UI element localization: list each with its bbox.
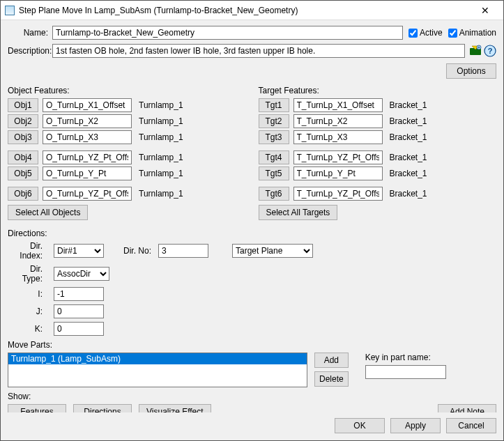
obj4-input[interactable]: [43, 150, 132, 164]
obj4-extra: Turnlamp_1: [136, 153, 183, 162]
tgt-row-5: Tgt5 Bracket_1: [259, 167, 497, 180]
obj4-button[interactable]: Obj4: [8, 150, 38, 164]
tgt-row-1: Tgt1 Bracket_1: [259, 98, 497, 112]
tgt4-input[interactable]: [293, 150, 383, 164]
tgt3-button[interactable]: Tgt3: [259, 130, 289, 144]
obj3-input[interactable]: [43, 130, 132, 144]
obj2-extra: Turnlamp_1: [136, 116, 183, 126]
visualize-effect-button[interactable]: Visualize Effect: [139, 404, 211, 412]
tgt5-extra: Bracket_1: [387, 169, 427, 178]
tgt5-button[interactable]: Tgt5: [259, 167, 289, 180]
key-in-input[interactable]: [365, 365, 446, 379]
obj2-button[interactable]: Obj2: [8, 114, 38, 128]
tgt4-button[interactable]: Tgt4: [259, 150, 289, 164]
features-button[interactable]: Features: [8, 404, 66, 412]
name-label: Name:: [8, 28, 52, 38]
move-parts-listbox[interactable]: Turnlamp_1 (Lamp_SubAsm): [8, 353, 307, 387]
move-parts-row: Turnlamp_1 (Lamp_SubAsm) Add Delete Key …: [8, 353, 496, 387]
add-button[interactable]: Add: [314, 353, 349, 368]
ok-button[interactable]: OK: [335, 418, 385, 433]
show-label: Show:: [8, 392, 496, 401]
delete-button[interactable]: Delete: [314, 371, 349, 387]
cancel-button[interactable]: Cancel: [446, 418, 496, 433]
tgt-row-4: Tgt4 Bracket_1: [259, 150, 497, 164]
tgt2-input[interactable]: [293, 114, 383, 128]
k-input[interactable]: [54, 322, 104, 336]
tgt-row-3: Tgt3 Bracket_1: [259, 130, 497, 144]
obj6-button[interactable]: Obj6: [8, 187, 38, 201]
directions-button[interactable]: Directions: [73, 404, 132, 412]
tgt2-button[interactable]: Tgt2: [259, 114, 289, 128]
key-in-group: Key in part name:: [365, 353, 446, 387]
obj1-button[interactable]: Obj1: [8, 98, 38, 112]
obj-row-3: Obj3 Turnlamp_1: [8, 130, 246, 144]
obj3-extra: Turnlamp_1: [136, 132, 183, 142]
i-input[interactable]: [54, 287, 104, 301]
tip-icon[interactable]: [469, 45, 482, 57]
select-all-targets-button[interactable]: Select All Targets: [259, 205, 338, 220]
dir-index-select[interactable]: Dir#1: [54, 244, 104, 258]
tgt1-button[interactable]: Tgt1: [259, 98, 289, 112]
dialog-content: Name: Active Animation Description:: [1, 20, 503, 412]
dir-no-label: Dir. No:: [123, 246, 151, 256]
obj1-input[interactable]: [43, 98, 132, 112]
tgt2-extra: Bracket_1: [387, 116, 427, 126]
move-parts-buttons: Add Delete: [314, 353, 349, 387]
key-in-label: Key in part name:: [365, 353, 446, 362]
obj-row-4: Obj4 Turnlamp_1: [8, 150, 246, 164]
animation-checkbox[interactable]: Animation: [448, 28, 496, 38]
titlebar: Step Plane Move In Lamp_SubAsm (Turnlamp…: [1, 1, 503, 20]
tgt6-input[interactable]: [293, 187, 383, 201]
active-checkbox[interactable]: Active: [408, 28, 443, 38]
close-button[interactable]: ✕: [470, 1, 501, 20]
target-plane-select[interactable]: Target Plane: [232, 244, 313, 258]
object-features-label: Object Features:: [8, 86, 246, 95]
tgt4-extra: Bracket_1: [387, 153, 427, 162]
directions-section: Directions: Dir. Index: Dir#1 Dir. No: T…: [8, 229, 496, 336]
tgt6-extra: Bracket_1: [387, 189, 427, 199]
name-row: Name: Active Animation: [8, 26, 496, 40]
object-features-col: Object Features: Obj1 Turnlamp_1 Obj2 Tu…: [8, 83, 246, 223]
move-parts-section: Move Parts: Turnlamp_1 (Lamp_SubAsm) Add…: [8, 340, 496, 387]
target-features-col: Target Features: Tgt1 Bracket_1 Tgt2 Bra…: [259, 83, 497, 223]
options-button[interactable]: Options: [446, 63, 496, 79]
show-section: Show: Features Directions Visualize Effe…: [8, 392, 496, 412]
obj3-button[interactable]: Obj3: [8, 130, 38, 144]
j-input[interactable]: [54, 304, 104, 318]
i-label: I:: [8, 289, 47, 299]
obj5-button[interactable]: Obj5: [8, 167, 38, 180]
obj-row-6: Obj6 Turnlamp_1: [8, 187, 246, 201]
dir-row-j: J:: [8, 304, 496, 318]
j-label: J:: [8, 307, 47, 316]
list-item[interactable]: Turnlamp_1 (Lamp_SubAsm): [8, 353, 307, 364]
app-icon: [5, 6, 15, 15]
k-label: K:: [8, 324, 47, 334]
obj2-input[interactable]: [43, 114, 132, 128]
help-icon[interactable]: ?: [484, 45, 496, 57]
tgt1-input[interactable]: [293, 98, 383, 112]
obj-row-5: Obj5 Turnlamp_1: [8, 167, 246, 180]
dir-no-input[interactable]: [158, 244, 208, 258]
add-note-button[interactable]: Add Note: [438, 404, 496, 412]
target-features-label: Target Features:: [259, 86, 497, 95]
select-all-objects-button[interactable]: Select All Objects: [8, 205, 88, 220]
tgt5-input[interactable]: [293, 167, 383, 180]
obj5-input[interactable]: [43, 167, 132, 180]
dir-index-label: Dir. Index:: [8, 241, 47, 261]
description-input[interactable]: [52, 44, 465, 58]
options-row: Options: [8, 63, 496, 79]
active-checkbox-box[interactable]: [408, 29, 418, 38]
tgt3-input[interactable]: [293, 130, 383, 144]
dir-type-select[interactable]: AssocDir: [54, 267, 109, 281]
obj6-extra: Turnlamp_1: [136, 189, 183, 199]
obj1-extra: Turnlamp_1: [136, 100, 183, 110]
name-input[interactable]: [52, 26, 403, 40]
dir-row-i: I:: [8, 287, 496, 301]
tgt-row-2: Tgt2 Bracket_1: [259, 114, 497, 128]
apply-button[interactable]: Apply: [390, 418, 441, 433]
tgt6-button[interactable]: Tgt6: [259, 187, 289, 201]
dir-row-type: Dir. Type: AssocDir: [8, 264, 496, 284]
obj6-input[interactable]: [43, 187, 132, 201]
dir-row-index: Dir. Index: Dir#1 Dir. No: Target Plane: [8, 241, 496, 261]
animation-checkbox-box[interactable]: [448, 29, 457, 38]
